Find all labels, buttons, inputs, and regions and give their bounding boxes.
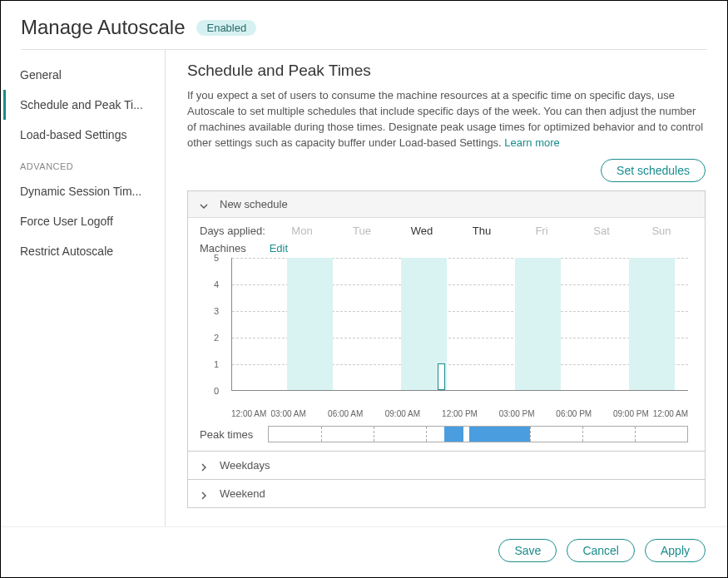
schedule-weekend-label: Weekend — [220, 487, 265, 500]
machines-row: Machines Edit — [200, 242, 693, 254]
schedule-box: New schedule Days applied: Mon Tue Wed T… — [187, 190, 706, 452]
section-description: If you expect a set of users to consume … — [187, 88, 706, 151]
main: Schedule and Peak Times If you expect a … — [166, 50, 727, 526]
sidebar-item-general[interactable]: General — [3, 60, 165, 90]
save-button[interactable]: Save — [498, 539, 557, 562]
day-sun: Sun — [634, 225, 689, 237]
x-axis-labels: 12:00 AM03:00 AM06:00 AM09:00 AM12:00 PM… — [231, 408, 688, 422]
status-badge: Enabled — [196, 20, 256, 36]
schedule-weekend[interactable]: Weekend — [187, 480, 706, 508]
sidebar-item-load[interactable]: Load-based Settings — [3, 120, 165, 150]
chevron-right-icon — [200, 490, 208, 498]
sidebar-item-restrict[interactable]: Restrict Autoscale — [3, 236, 165, 266]
desc-text: If you expect a set of users to consume … — [187, 89, 703, 149]
day-thu: Thu — [454, 225, 509, 237]
apply-button[interactable]: Apply — [645, 539, 706, 562]
chevron-down-icon — [200, 200, 208, 209]
schedule-name: New schedule — [220, 198, 288, 210]
day-fri: Fri — [514, 225, 569, 237]
body: General Schedule and Peak Ti... Load-bas… — [1, 50, 727, 526]
days-row: Days applied: Mon Tue Wed Thu Fri Sat Su… — [200, 225, 693, 237]
day-wed: Wed — [394, 225, 449, 237]
day-sat: Sat — [574, 225, 629, 237]
sidebar-item-force-logoff[interactable]: Force User Logoff — [3, 206, 165, 236]
days-label: Days applied: — [200, 225, 270, 237]
learn-more-link[interactable]: Learn more — [504, 136, 559, 149]
machines-label: Machines — [200, 242, 246, 254]
sidebar-heading-advanced: ADVANCED — [3, 150, 165, 176]
chevron-right-icon — [200, 462, 208, 470]
chart-plot: 012345 — [231, 258, 688, 391]
set-schedules-button[interactable]: Set schedules — [601, 159, 706, 182]
schedule-weekdays[interactable]: Weekdays — [187, 452, 706, 480]
page-title: Manage Autoscale — [21, 16, 185, 39]
sidebar-item-dynamic[interactable]: Dynamic Session Tim... — [3, 176, 165, 206]
cancel-button[interactable]: Cancel — [567, 539, 635, 562]
day-mon: Mon — [275, 225, 329, 237]
section-title: Schedule and Peak Times — [187, 62, 706, 80]
chart: 012345 — [231, 258, 688, 408]
schedule-body: Days applied: Mon Tue Wed Thu Fri Sat Su… — [188, 218, 705, 451]
edit-link[interactable]: Edit — [270, 242, 288, 254]
peak-row: Peak times — [200, 426, 693, 442]
schedule-weekdays-label: Weekdays — [220, 459, 270, 472]
sidebar: General Schedule and Peak Ti... Load-bas… — [3, 50, 166, 526]
peak-label: Peak times — [200, 428, 268, 441]
peak-bar[interactable] — [268, 426, 688, 442]
action-row: Set schedules — [187, 159, 706, 182]
schedule-header[interactable]: New schedule — [188, 191, 705, 218]
footer: Save Cancel Apply — [1, 526, 727, 577]
header: Manage Autoscale Enabled — [1, 1, 727, 49]
sidebar-item-schedule[interactable]: Schedule and Peak Ti... — [3, 90, 165, 120]
day-tue: Tue — [334, 225, 389, 237]
